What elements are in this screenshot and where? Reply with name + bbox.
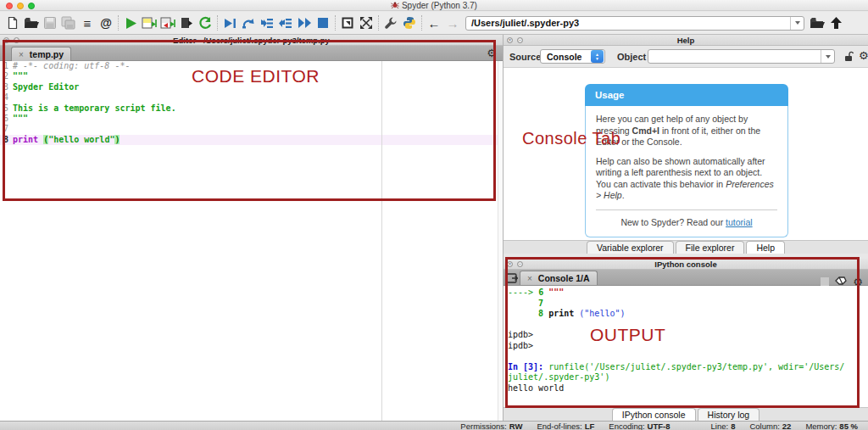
toolbar-separator [421,15,422,31]
editor-tabbar: × temp.py ⚙ [0,46,503,61]
code-token: """ [548,288,564,297]
help-controls: Source Console ▲▼ Object ⚙ [504,46,868,67]
step-into-icon[interactable] [258,14,276,32]
editor-line-7[interactable]: 7 [0,124,498,134]
stop-debug-icon[interactable] [314,14,332,32]
close-tab-icon[interactable]: × [19,50,24,59]
back-icon[interactable]: ← [425,14,443,32]
status-permissions: Permissions:RW [460,422,522,430]
help-pane-title: Help [504,36,868,45]
help-options-icon[interactable]: ⚙ [859,50,868,61]
fullscreen-icon[interactable] [357,14,376,32]
chevron-down-icon[interactable] [821,50,834,63]
step-over-icon[interactable] [239,14,258,32]
toolbar-separator [378,15,379,31]
usage-paragraph-1: Here you can get help of any object by p… [596,114,777,148]
editor-line-3[interactable]: 3Spyder Editor [0,82,498,92]
line-number: 2 [0,71,13,81]
maximize-pane-icon[interactable] [338,14,357,32]
tab-variable-explorer[interactable]: Variable explorer [587,241,674,254]
code-token: Spyder Editor [13,82,79,92]
tab-ipython-console[interactable]: IPython console [612,408,696,421]
spyder-window: Spyder (Python 3.7) ≡ @ ← → /Users/jul [0,0,868,430]
editor-line-2[interactable]: 2""" [0,71,498,81]
window-titlebar: Spyder (Python 3.7) [0,0,868,11]
console-output-area[interactable]: ----> 6 """ 7 8 print ("hello") ipdb>ipd… [504,286,868,408]
find-symbols-icon[interactable]: @ [97,14,115,32]
run-selection-icon[interactable] [196,14,214,32]
line-number: 6 [0,114,13,124]
editor-code-area[interactable]: 1# -*- coding: utf-8 -*-2"""3Spyder Edit… [0,61,498,421]
source-label: Source [509,52,541,62]
run-cell-icon[interactable] [140,14,159,32]
help-pane: × – Help Source Console ▲▼ Object ⚙ Usag… [504,35,868,254]
console-pane-header: × – IPython console [504,259,868,270]
help-content: Usage Here you can get help of any objec… [504,67,868,240]
save-icon[interactable] [41,14,59,32]
preferences-icon[interactable] [381,14,400,32]
code-token: "hello world" [48,135,114,144]
chevron-down-icon[interactable] [790,17,804,30]
editor-line-4[interactable]: 4 [0,92,498,103]
open-directory-icon[interactable] [808,14,826,32]
re-run-cell-icon[interactable] [177,14,196,32]
source-select[interactable]: Console ▲▼ [540,49,605,64]
editor-edge-line [381,61,382,421]
editor-pane-header: × – Editor - /Users/juliet/.spyder-py3/t… [0,35,503,46]
toolbar-separator [335,15,336,31]
editor-line-1[interactable]: 1# -*- coding: utf-8 -*- [0,61,498,71]
code-token: In [3]: [508,362,548,371]
console-tabs-row: IPython consoleHistory log [504,407,868,421]
main-toolbar: ≡ @ ← → /Users/juliet/.spyder-py3 [0,12,868,35]
editor-tab-temp-py[interactable]: × temp.py [11,47,71,61]
code-token: ipdb> [508,341,533,350]
tutorial-link[interactable]: tutorial [726,217,753,227]
status-column: Column:22 [749,422,791,430]
file-switcher-icon[interactable]: ≡ [78,14,97,32]
new-file-icon[interactable] [3,14,22,32]
console-line: ----> 6 """ [508,288,868,299]
editor-line-8[interactable]: 8print ("hello world") [0,135,498,145]
run-file-icon[interactable] [121,14,140,32]
editor-pane-title: Editor - /Users/juliet/.spyder-py3/temp.… [0,36,503,45]
console-line [508,351,868,362]
tab-file-explorer[interactable]: File explorer [676,241,745,254]
usage-footer: New to Spyder? Read our tutorial [596,217,777,229]
editor-line-6[interactable]: 6""" [0,114,498,124]
usage-card: Usage Here you can get help of any objec… [585,84,788,237]
console-tabbar: × Console 1/A ⚙ [504,270,868,286]
line-number: 1 [0,61,13,71]
close-tab-icon[interactable]: × [527,274,532,283]
console-tab-1a[interactable]: × Console 1/A [520,271,598,285]
forward-icon[interactable]: → [443,14,462,32]
source-select-value: Console [541,52,591,62]
console-line: hello world [508,383,868,394]
continue-execution-icon[interactable] [295,14,314,32]
save-all-icon[interactable] [59,14,78,32]
editor-line-5[interactable]: 5This is a temporary script file. [0,103,498,114]
editor-options-icon[interactable]: ⚙ [487,47,497,59]
debug-file-icon[interactable] [220,14,239,32]
working-directory-combo[interactable]: /Users/juliet/.spyder-py3 [465,16,804,31]
console-line: juliet/.spyder-py3') [508,372,868,383]
object-combo[interactable] [648,49,835,64]
code-token: 6 [538,288,548,297]
console-line: ipdb> [508,330,868,341]
step-return-icon[interactable] [276,14,295,32]
toolbar-separator [118,15,119,31]
go-up-icon[interactable] [826,14,845,32]
tab-history-log[interactable]: History log [698,408,760,421]
status-end-of-lines: End-of-lines:LF [537,422,594,430]
interrupt-kernel-icon[interactable] [821,277,829,286]
status-line: Line:8 [711,422,736,430]
editor-pane: × – Editor - /Users/juliet/.spyder-py3/t… [0,35,503,421]
python-path-manager-icon[interactable] [400,14,419,32]
line-number: 5 [0,103,13,114]
usage-card-title: Usage [585,84,788,106]
lock-icon[interactable] [844,50,854,65]
tab-help[interactable]: Help [746,241,785,254]
open-file-icon[interactable] [22,14,41,32]
console-line: 7 [508,299,868,310]
run-cell-advance-icon[interactable] [159,14,177,32]
usage-paragraph-2: Help can also be shown automatically aft… [596,156,777,202]
